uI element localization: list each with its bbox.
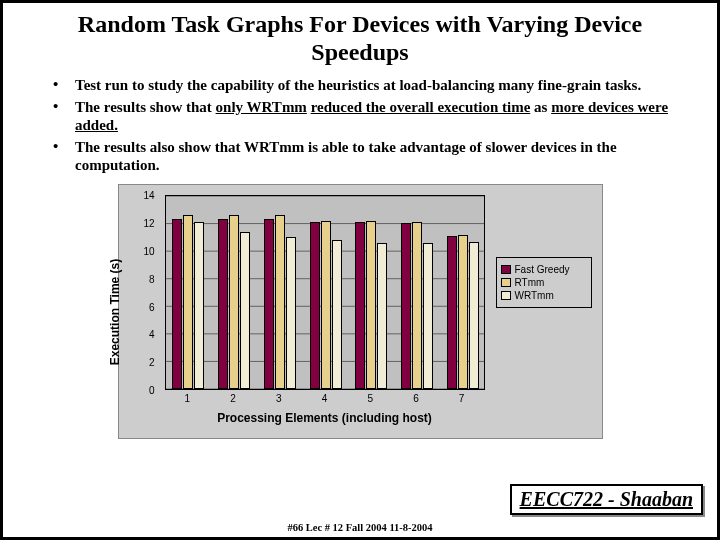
x-tick-label: 1 [185,393,191,404]
y-ticks: 02468101214 [119,195,161,390]
y-tick-label: 12 [143,218,154,229]
legend-label: Fast Greedy [515,264,570,275]
course-label: EECC722 - Shaaban [520,488,693,510]
legend-swatch [501,291,511,300]
bar [310,222,320,389]
x-tick-label: 5 [367,393,373,404]
legend-item: Fast Greedy [501,264,587,275]
legend-swatch [501,278,511,287]
y-tick-label: 8 [149,273,155,284]
bullet-dot: • [53,138,75,174]
x-tick-label: 4 [322,393,328,404]
bar [458,235,468,390]
bar [401,223,411,389]
bar [412,222,422,389]
bar [240,232,250,389]
x-tick-label: 3 [276,393,282,404]
bar [447,236,457,389]
bars-group [166,196,484,389]
legend-item: RTmm [501,277,587,288]
bullet-1: • Test run to study the capability of th… [53,76,687,94]
y-tick-label: 2 [149,357,155,368]
bar [469,242,479,390]
legend-label: RTmm [515,277,545,288]
x-axis-label: Processing Elements (including host) [165,411,485,425]
y-tick-label: 4 [149,329,155,340]
legend: Fast GreedyRTmmWRTmm [496,257,592,308]
bar [355,222,365,389]
text: The results show that [75,99,216,115]
y-tick-label: 0 [149,385,155,396]
bar [218,219,228,389]
bullet-text: The results show that only WRTmm reduced… [75,98,687,134]
legend-item: WRTmm [501,290,587,301]
bullet-text: Test run to study the capability of the … [75,76,687,94]
x-tick-label: 6 [413,393,419,404]
bar [321,221,331,390]
bar [377,243,387,389]
chart-container: Execution Time (s) 02468101214 1234567 P… [118,184,603,439]
bar [229,215,239,389]
bar [264,219,274,389]
bullet-text: The results also show that WRTmm is able… [75,138,687,174]
text: Test run to study the capability of the … [75,77,641,93]
bar [194,222,204,389]
x-tick-label: 2 [230,393,236,404]
bar [332,240,342,389]
text: The results also show that WRTmm is able… [75,139,617,173]
bullet-dot: • [53,76,75,94]
underline: only WRTmm [216,99,307,115]
text: as [530,99,551,115]
bar [286,237,296,389]
bar [366,221,376,390]
x-ticks: 1234567 [165,393,485,407]
bar [423,243,433,389]
bar [275,215,285,389]
slide-title: Random Task Graphs For Devices with Vary… [3,3,717,72]
y-tick-label: 10 [143,245,154,256]
bullet-3: • The results also show that WRTmm is ab… [53,138,687,174]
bullet-list: • Test run to study the capability of th… [3,72,717,174]
y-tick-label: 14 [143,190,154,201]
legend-swatch [501,265,511,274]
plot-area [165,195,485,390]
bar [172,219,182,389]
legend-label: WRTmm [515,290,554,301]
bar [183,215,193,389]
bullet-dot: • [53,98,75,134]
slide-number: #66 Lec # 12 Fall 2004 11-8-2004 [287,522,432,533]
bullet-2: • The results show that only WRTmm reduc… [53,98,687,134]
y-tick-label: 6 [149,301,155,312]
x-tick-label: 7 [459,393,465,404]
slide: Random Task Graphs For Devices with Vary… [0,0,720,540]
course-footer: EECC722 - Shaaban [510,484,703,515]
underline: reduced the overall execution time [311,99,531,115]
